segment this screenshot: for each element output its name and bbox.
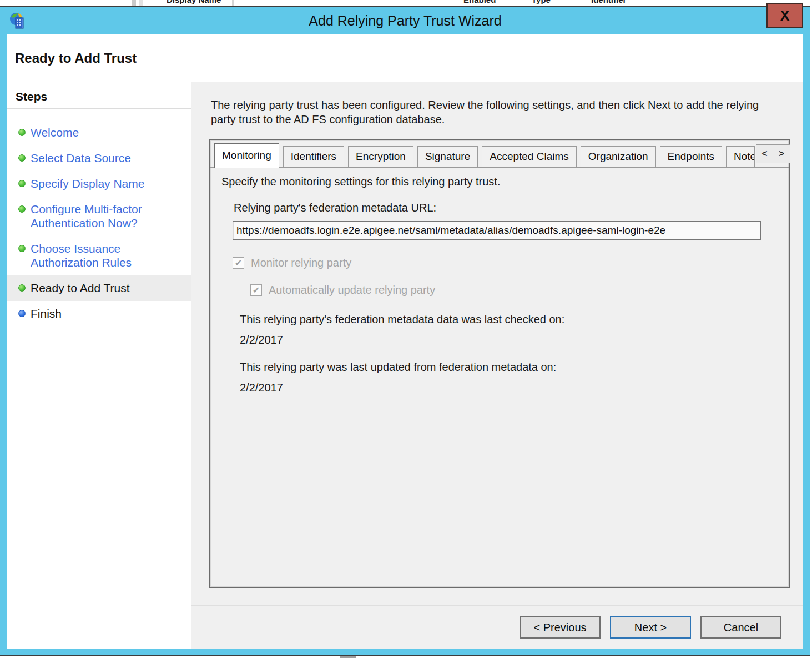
step-label: Configure Multi-factor Authentication No… [31,203,142,229]
next-button[interactable]: Next > [610,616,691,639]
monitoring-instruction: Specify the monitoring settings for this… [221,175,776,188]
tab-monitoring[interactable]: Monitoring [214,143,279,168]
tab-scrollers: < > [756,144,790,163]
window-title: Add Relying Party Trust Wizard [309,13,501,29]
auto-update-checkbox: ✔ [250,284,262,296]
last-updated-date: 2/2/2017 [240,381,776,394]
blue-step-bullet-icon [18,310,26,317]
step-label: Welcome [31,126,79,139]
steps-title: Steps [7,82,191,108]
monitor-relying-party-label: Monitor relying party [251,257,351,269]
tab-strip: MonitoringIdentifiersEncryptionSignature… [210,140,789,168]
steps-sidebar: Steps WelcomeSelect Data SourceSpecify D… [7,82,191,649]
last-checked-label: This relying party's federation metadata… [240,313,776,326]
background-column-header: Type [532,0,551,4]
cancel-button[interactable]: Cancel [700,616,781,639]
green-step-bullet-icon [18,129,26,136]
sidebar-step-ready-to-add-trust: Ready to Add Trust [7,275,191,301]
checkmark-icon: ✔ [253,286,260,295]
metadata-url-label: Relying party's federation metadata URL: [234,202,776,214]
background-scrollbar-sliver [132,0,136,6]
green-step-bullet-icon [18,154,26,162]
step-label: Ready to Add Trust [31,282,130,294]
chevron-right-icon: > [779,148,784,159]
tab-scroll-right-button[interactable]: > [773,144,790,163]
sidebar-step-choose-issuance-authorization-rules: Choose Issuance Authorization Rules [7,236,191,275]
background-window-strip: Display NameEnabledTypeIdentifier [0,0,812,6]
metadata-url-input[interactable] [233,221,761,240]
step-label: Specify Display Name [31,177,144,190]
wizard-button-bar: < Previous Next > Cancel [191,605,803,649]
adfs-wizard-icon [9,12,28,31]
sidebar-step-specify-display-name: Specify Display Name [7,171,191,197]
monitor-relying-party-row: ✔ Monitor relying party [233,257,776,269]
green-step-bullet-icon [18,284,26,292]
tab-endpoints[interactable]: Endpoints [660,146,723,167]
previous-button[interactable]: < Previous [520,616,601,639]
properties-tab-control: MonitoringIdentifiersEncryptionSignature… [209,139,790,588]
background-divider-sliver [232,0,234,6]
background-scrollbar-sliver [139,0,143,6]
tab-accepted-claims[interactable]: Accepted Claims [482,146,577,167]
auto-update-row: ✔ Automatically update relying party [250,284,776,297]
background-column-header: Display Name [167,0,221,4]
add-relying-party-trust-wizard-window: Add Relying Party Trust Wizard X Ready t… [0,6,810,656]
dialog-content: Ready to Add Trust Steps WelcomeSelect D… [7,34,803,649]
monitor-relying-party-checkbox: ✔ [233,257,244,269]
tab-identifiers[interactable]: Identifiers [283,146,344,167]
step-label: Select Data Source [31,152,131,164]
intro-text: The relying party trust has been configu… [211,98,766,127]
green-step-bullet-icon [18,245,26,252]
chevron-left-icon: < [762,148,768,159]
sidebar-step-select-data-source: Select Data Source [7,145,191,171]
close-icon: X [780,8,790,24]
step-label: Choose Issuance Authorization Rules [31,242,132,269]
tab-note[interactable]: Note [726,146,755,167]
background-column-header: Enabled [463,0,496,4]
tab-organization[interactable]: Organization [581,146,656,167]
checkmark-icon: ✔ [235,259,242,268]
monitoring-tab-page: Specify the monitoring settings for this… [210,168,789,394]
green-step-bullet-icon [18,205,26,213]
step-label: Finish [31,307,62,320]
last-updated-label: This relying party was last updated from… [240,361,776,374]
close-button[interactable]: X [766,3,803,28]
background-column-header: Identifier [591,0,626,4]
steps-list: WelcomeSelect Data SourceSpecify Display… [7,109,191,327]
page-header: Ready to Add Trust [7,34,803,82]
tab-signature[interactable]: Signature [417,146,478,167]
tab-scroll-left-button[interactable]: < [756,144,773,163]
sidebar-step-welcome: Welcome [7,120,191,145]
sidebar-step-configure-multi-factor-authentication-now: Configure Multi-factor Authentication No… [7,197,191,236]
titlebar[interactable]: Add Relying Party Trust Wizard X [0,7,810,34]
main-panel: The relying party trust has been configu… [191,82,803,649]
green-step-bullet-icon [18,180,26,187]
auto-update-label: Automatically update relying party [269,284,435,297]
last-checked-date: 2/2/2017 [240,334,776,346]
page-title: Ready to Add Trust [15,51,137,66]
sidebar-step-finish: Finish [7,301,191,327]
tab-encryption[interactable]: Encryption [348,146,413,167]
